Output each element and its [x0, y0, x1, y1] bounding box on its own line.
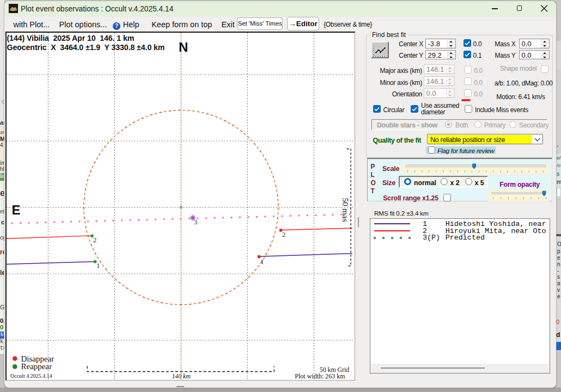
svg-text:Plot width: 263 km: Plot width: 263 km — [295, 372, 345, 380]
svg-text:2: 2 — [282, 231, 285, 238]
svg-text:Occult 4.2025.4.14: Occult 4.2025.4.14 — [10, 373, 52, 379]
svg-text:1: 1 — [260, 258, 264, 266]
svg-text:2: 2 — [93, 236, 96, 244]
svg-text:E: E — [12, 203, 21, 217]
svg-text:Reappear: Reappear — [21, 362, 52, 371]
svg-text:3: 3 — [194, 218, 197, 226]
svg-text:Geocentric X 3464.0 ±1.9 Y: Geocentric X 3464.0 ±1.9 Y 3330.8 ±4.0 k… — [7, 43, 165, 52]
svg-text:50 mas: 50 mas — [341, 198, 350, 222]
svg-text:N: N — [179, 40, 188, 54]
svg-text:1: 1 — [96, 262, 100, 270]
svg-text:Disappear: Disappear — [21, 354, 54, 363]
svg-text:140 km: 140 km — [172, 372, 191, 380]
svg-text:(144) Vibilia 2025 Apr 10 14: (144) Vibilia 2025 Apr 10 146. 1 km — [7, 34, 135, 42]
